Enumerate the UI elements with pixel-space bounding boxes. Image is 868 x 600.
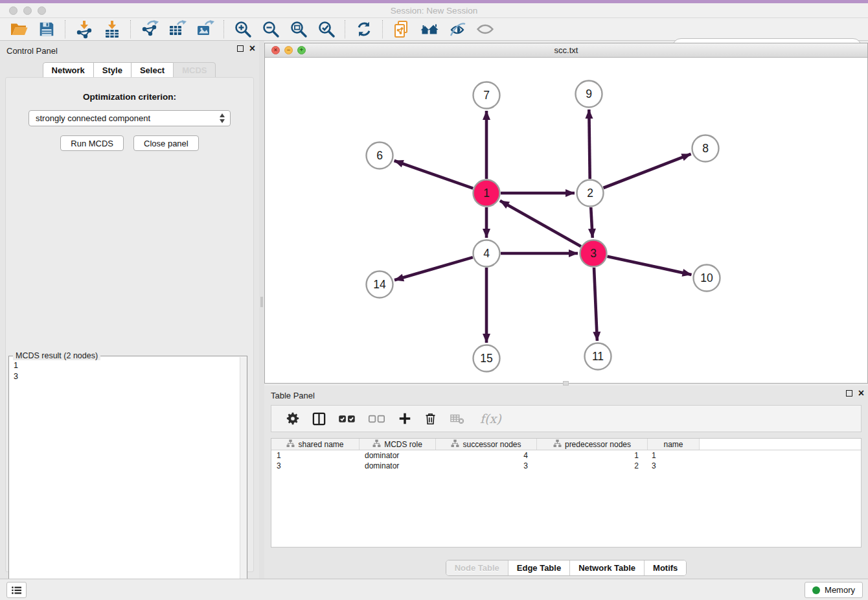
column-header-shared-name[interactable]: shared name <box>271 439 360 450</box>
column-header-name[interactable]: name <box>648 439 700 450</box>
splitter-handle[interactable] <box>260 297 263 307</box>
homes-icon[interactable] <box>418 19 440 40</box>
column-label: name <box>663 440 683 449</box>
table-row[interactable]: 3dominator323 <box>271 461 861 471</box>
cell-successor-nodes: 4 <box>436 451 537 460</box>
mcds-result-text[interactable]: 1 3 <box>9 358 239 600</box>
graph-node-label: 11 <box>592 350 604 363</box>
tab-network-table[interactable]: Network Table <box>570 560 645 575</box>
table-body: 1dominator4113dominator323 <box>271 450 861 471</box>
window-title: Session: New Session <box>0 6 868 16</box>
dropdown-stepper-icon <box>220 113 225 123</box>
zoom-fit-icon[interactable] <box>288 19 309 40</box>
graph-node-2[interactable]: 2 <box>577 180 604 207</box>
horizontal-splitter-handle[interactable] <box>563 381 569 386</box>
graph-edge-2-8[interactable] <box>604 154 691 188</box>
refresh-icon[interactable] <box>353 19 374 40</box>
column-header-mcds-role[interactable]: MCDS role <box>360 439 436 450</box>
fx-icon[interactable]: f(x) <box>477 411 501 426</box>
list-menu-icon <box>11 586 23 595</box>
graph-node-9[interactable]: 9 <box>576 81 602 108</box>
tab-motifs[interactable]: Motifs <box>645 560 686 575</box>
import-network-icon[interactable] <box>73 19 95 40</box>
column-label: shared name <box>298 440 343 449</box>
main-toolbar <box>0 18 868 41</box>
graph-node-label: 1 <box>483 187 490 200</box>
run-mcds-button[interactable]: Run MCDS <box>60 135 124 151</box>
close-panel-icon[interactable]: × <box>249 45 255 52</box>
graph-node-8[interactable]: 8 <box>692 135 719 162</box>
zoom-selected-icon[interactable] <box>315 19 337 40</box>
cell-predecessor-nodes: 1 <box>537 451 648 460</box>
open-folder-icon[interactable] <box>8 19 29 40</box>
status-bar: Memory <box>0 579 868 600</box>
table-panel: Table Panel × f(x) shared nameMCDS roles… <box>264 386 868 579</box>
select-all-icon[interactable] <box>338 413 356 424</box>
graph-edge-3-1[interactable] <box>500 201 581 246</box>
graph-node-label: 2 <box>587 187 593 200</box>
graph-node-6[interactable]: 6 <box>367 143 393 169</box>
close-table-panel-icon[interactable]: × <box>858 390 864 397</box>
graph-edge-2-9[interactable] <box>589 110 589 179</box>
eye-icon[interactable] <box>474 19 496 40</box>
task-history-button[interactable] <box>6 582 27 598</box>
float-panel-icon[interactable] <box>237 45 244 52</box>
graph-node-11[interactable]: 11 <box>585 343 611 370</box>
cell-successor-nodes: 3 <box>436 461 537 470</box>
network-window-titlebar[interactable]: × − + scc.txt <box>265 43 867 58</box>
import-table-icon[interactable] <box>101 19 122 40</box>
tab-node-table[interactable]: Node Table <box>446 560 508 575</box>
graph-edge-2-3[interactable] <box>591 207 593 238</box>
tab-edge-table[interactable]: Edge Table <box>508 560 570 575</box>
graph-edge-1-6[interactable] <box>394 161 474 189</box>
add-icon[interactable] <box>398 411 412 426</box>
clone-network-icon[interactable] <box>391 19 412 40</box>
column-header-successor-nodes[interactable]: successor nodes <box>436 439 537 450</box>
export-network-icon[interactable] <box>139 19 160 40</box>
cell-mcds-role: dominator <box>360 461 436 470</box>
tree-icon <box>553 439 562 450</box>
eye-slash-icon[interactable] <box>446 19 468 40</box>
network-canvas[interactable]: 7968124314101511 <box>265 58 867 383</box>
cell-mcds-role: dominator <box>360 451 436 460</box>
split-panel-icon[interactable] <box>312 411 326 426</box>
graph-node-7[interactable]: 7 <box>474 82 500 109</box>
graph-edge-4-14[interactable] <box>394 257 473 280</box>
dropdown-value: strongly connected component <box>36 113 150 123</box>
graph-edge-3-10[interactable] <box>608 257 692 275</box>
column-label: successor nodes <box>463 440 521 449</box>
table-tab-group: Node TableEdge TableNetwork TableMotifs <box>446 560 687 576</box>
zoom-in-icon[interactable] <box>232 19 253 40</box>
column-header-predecessor-nodes[interactable]: predecessor nodes <box>537 439 648 450</box>
cell-name: 1 <box>648 451 700 460</box>
close-panel-button[interactable]: Close panel <box>133 135 199 151</box>
export-table-icon[interactable] <box>166 19 188 40</box>
graph-node-label: 4 <box>483 247 490 260</box>
delete-table-icon[interactable] <box>449 411 466 426</box>
vertical-splitter[interactable] <box>259 41 264 579</box>
graph-node-label: 9 <box>586 87 592 100</box>
network-view-window: × − + scc.txt 7968124314101511 <box>264 43 868 384</box>
graph-node-4[interactable]: 4 <box>474 240 500 267</box>
save-icon[interactable] <box>36 19 57 40</box>
deselect-all-icon[interactable] <box>368 413 386 424</box>
graph-node-1[interactable]: 1 <box>474 180 500 207</box>
graph-node-14[interactable]: 14 <box>367 271 393 298</box>
cell-shared-name: 1 <box>271 451 360 460</box>
graph-node-10[interactable]: 10 <box>694 265 720 292</box>
optimization-criterion-dropdown[interactable]: strongly connected component <box>29 110 231 126</box>
graph-node-15[interactable]: 15 <box>474 345 500 372</box>
float-table-panel-icon[interactable] <box>846 390 852 397</box>
toolbar-separator <box>223 20 224 38</box>
result-scrollbar[interactable] <box>240 357 247 600</box>
zoom-out-icon[interactable] <box>260 19 281 40</box>
memory-label: Memory <box>825 585 855 595</box>
graph-edge-3-11[interactable] <box>594 268 597 341</box>
gear-icon[interactable] <box>286 411 300 426</box>
table-row[interactable]: 1dominator411 <box>271 450 861 461</box>
trash-icon[interactable] <box>424 411 437 426</box>
control-panel: Control Panel × NetworkStyleSelectMCDS O… <box>0 41 259 579</box>
export-image-icon[interactable] <box>194 19 216 40</box>
graph-node-3[interactable]: 3 <box>580 240 607 267</box>
memory-button[interactable]: Memory <box>805 582 863 598</box>
